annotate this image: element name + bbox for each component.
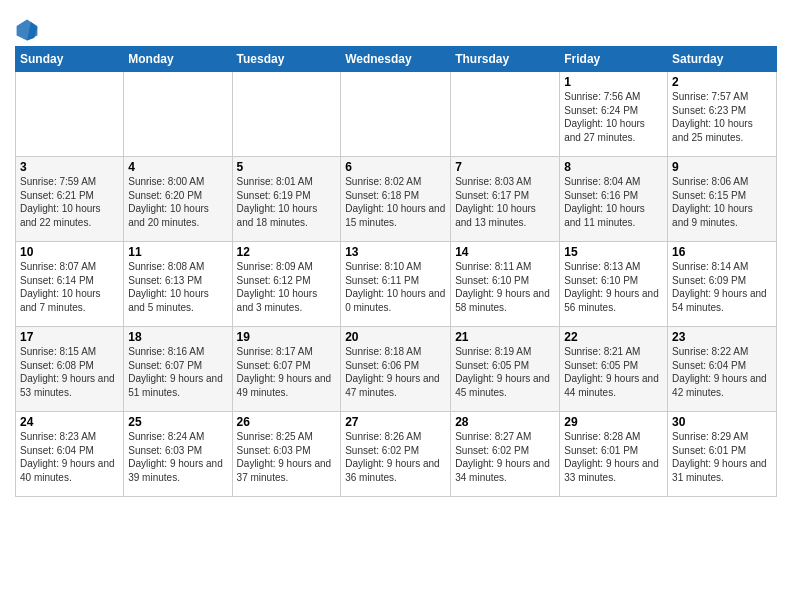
calendar-cell: 10Sunrise: 8:07 AM Sunset: 6:14 PM Dayli… bbox=[16, 242, 124, 327]
day-info: Sunrise: 8:00 AM Sunset: 6:20 PM Dayligh… bbox=[128, 175, 227, 229]
day-info: Sunrise: 7:59 AM Sunset: 6:21 PM Dayligh… bbox=[20, 175, 119, 229]
calendar-cell: 17Sunrise: 8:15 AM Sunset: 6:08 PM Dayli… bbox=[16, 327, 124, 412]
calendar-cell: 29Sunrise: 8:28 AM Sunset: 6:01 PM Dayli… bbox=[560, 412, 668, 497]
calendar-cell bbox=[124, 72, 232, 157]
day-number: 8 bbox=[564, 160, 663, 174]
day-number: 30 bbox=[672, 415, 772, 429]
day-number: 26 bbox=[237, 415, 337, 429]
day-info: Sunrise: 8:10 AM Sunset: 6:11 PM Dayligh… bbox=[345, 260, 446, 314]
day-info: Sunrise: 8:09 AM Sunset: 6:12 PM Dayligh… bbox=[237, 260, 337, 314]
day-info: Sunrise: 8:25 AM Sunset: 6:03 PM Dayligh… bbox=[237, 430, 337, 484]
day-info: Sunrise: 7:57 AM Sunset: 6:23 PM Dayligh… bbox=[672, 90, 772, 144]
day-number: 13 bbox=[345, 245, 446, 259]
day-number: 3 bbox=[20, 160, 119, 174]
calendar-week-2: 3Sunrise: 7:59 AM Sunset: 6:21 PM Daylig… bbox=[16, 157, 777, 242]
day-number: 14 bbox=[455, 245, 555, 259]
calendar-cell bbox=[451, 72, 560, 157]
day-info: Sunrise: 8:22 AM Sunset: 6:04 PM Dayligh… bbox=[672, 345, 772, 399]
day-number: 9 bbox=[672, 160, 772, 174]
calendar-header-thursday: Thursday bbox=[451, 47, 560, 72]
calendar-cell: 5Sunrise: 8:01 AM Sunset: 6:19 PM Daylig… bbox=[232, 157, 341, 242]
day-number: 25 bbox=[128, 415, 227, 429]
calendar-header-wednesday: Wednesday bbox=[341, 47, 451, 72]
day-info: Sunrise: 8:28 AM Sunset: 6:01 PM Dayligh… bbox=[564, 430, 663, 484]
day-info: Sunrise: 8:19 AM Sunset: 6:05 PM Dayligh… bbox=[455, 345, 555, 399]
calendar-cell: 26Sunrise: 8:25 AM Sunset: 6:03 PM Dayli… bbox=[232, 412, 341, 497]
day-number: 2 bbox=[672, 75, 772, 89]
calendar-table: SundayMondayTuesdayWednesdayThursdayFrid… bbox=[15, 46, 777, 497]
logo-icon bbox=[15, 18, 39, 42]
day-number: 6 bbox=[345, 160, 446, 174]
day-info: Sunrise: 8:23 AM Sunset: 6:04 PM Dayligh… bbox=[20, 430, 119, 484]
calendar-header-monday: Monday bbox=[124, 47, 232, 72]
calendar-cell: 8Sunrise: 8:04 AM Sunset: 6:16 PM Daylig… bbox=[560, 157, 668, 242]
calendar-cell: 18Sunrise: 8:16 AM Sunset: 6:07 PM Dayli… bbox=[124, 327, 232, 412]
day-info: Sunrise: 8:17 AM Sunset: 6:07 PM Dayligh… bbox=[237, 345, 337, 399]
calendar-cell: 9Sunrise: 8:06 AM Sunset: 6:15 PM Daylig… bbox=[668, 157, 777, 242]
day-info: Sunrise: 8:07 AM Sunset: 6:14 PM Dayligh… bbox=[20, 260, 119, 314]
day-number: 27 bbox=[345, 415, 446, 429]
day-number: 16 bbox=[672, 245, 772, 259]
day-info: Sunrise: 8:14 AM Sunset: 6:09 PM Dayligh… bbox=[672, 260, 772, 314]
calendar-cell: 12Sunrise: 8:09 AM Sunset: 6:12 PM Dayli… bbox=[232, 242, 341, 327]
calendar-cell: 25Sunrise: 8:24 AM Sunset: 6:03 PM Dayli… bbox=[124, 412, 232, 497]
day-info: Sunrise: 8:21 AM Sunset: 6:05 PM Dayligh… bbox=[564, 345, 663, 399]
calendar-cell: 1Sunrise: 7:56 AM Sunset: 6:24 PM Daylig… bbox=[560, 72, 668, 157]
calendar-cell: 19Sunrise: 8:17 AM Sunset: 6:07 PM Dayli… bbox=[232, 327, 341, 412]
calendar-week-3: 10Sunrise: 8:07 AM Sunset: 6:14 PM Dayli… bbox=[16, 242, 777, 327]
day-info: Sunrise: 8:18 AM Sunset: 6:06 PM Dayligh… bbox=[345, 345, 446, 399]
day-info: Sunrise: 8:26 AM Sunset: 6:02 PM Dayligh… bbox=[345, 430, 446, 484]
calendar-cell: 20Sunrise: 8:18 AM Sunset: 6:06 PM Dayli… bbox=[341, 327, 451, 412]
calendar-cell bbox=[16, 72, 124, 157]
calendar-header-sunday: Sunday bbox=[16, 47, 124, 72]
calendar-cell bbox=[232, 72, 341, 157]
day-number: 19 bbox=[237, 330, 337, 344]
calendar-cell: 28Sunrise: 8:27 AM Sunset: 6:02 PM Dayli… bbox=[451, 412, 560, 497]
calendar-cell: 7Sunrise: 8:03 AM Sunset: 6:17 PM Daylig… bbox=[451, 157, 560, 242]
calendar-cell: 11Sunrise: 8:08 AM Sunset: 6:13 PM Dayli… bbox=[124, 242, 232, 327]
day-info: Sunrise: 8:03 AM Sunset: 6:17 PM Dayligh… bbox=[455, 175, 555, 229]
day-number: 22 bbox=[564, 330, 663, 344]
day-number: 24 bbox=[20, 415, 119, 429]
calendar-cell: 27Sunrise: 8:26 AM Sunset: 6:02 PM Dayli… bbox=[341, 412, 451, 497]
day-number: 21 bbox=[455, 330, 555, 344]
calendar-header-friday: Friday bbox=[560, 47, 668, 72]
day-number: 15 bbox=[564, 245, 663, 259]
day-number: 10 bbox=[20, 245, 119, 259]
calendar-cell: 23Sunrise: 8:22 AM Sunset: 6:04 PM Dayli… bbox=[668, 327, 777, 412]
day-info: Sunrise: 8:29 AM Sunset: 6:01 PM Dayligh… bbox=[672, 430, 772, 484]
day-number: 28 bbox=[455, 415, 555, 429]
day-info: Sunrise: 8:15 AM Sunset: 6:08 PM Dayligh… bbox=[20, 345, 119, 399]
day-info: Sunrise: 8:24 AM Sunset: 6:03 PM Dayligh… bbox=[128, 430, 227, 484]
calendar-header-tuesday: Tuesday bbox=[232, 47, 341, 72]
day-number: 1 bbox=[564, 75, 663, 89]
calendar-cell: 24Sunrise: 8:23 AM Sunset: 6:04 PM Dayli… bbox=[16, 412, 124, 497]
day-info: Sunrise: 8:11 AM Sunset: 6:10 PM Dayligh… bbox=[455, 260, 555, 314]
calendar-cell: 3Sunrise: 7:59 AM Sunset: 6:21 PM Daylig… bbox=[16, 157, 124, 242]
day-number: 29 bbox=[564, 415, 663, 429]
day-number: 5 bbox=[237, 160, 337, 174]
calendar-cell: 4Sunrise: 8:00 AM Sunset: 6:20 PM Daylig… bbox=[124, 157, 232, 242]
calendar-cell: 30Sunrise: 8:29 AM Sunset: 6:01 PM Dayli… bbox=[668, 412, 777, 497]
calendar-week-1: 1Sunrise: 7:56 AM Sunset: 6:24 PM Daylig… bbox=[16, 72, 777, 157]
day-info: Sunrise: 7:56 AM Sunset: 6:24 PM Dayligh… bbox=[564, 90, 663, 144]
calendar-cell: 16Sunrise: 8:14 AM Sunset: 6:09 PM Dayli… bbox=[668, 242, 777, 327]
day-info: Sunrise: 8:01 AM Sunset: 6:19 PM Dayligh… bbox=[237, 175, 337, 229]
calendar-cell: 22Sunrise: 8:21 AM Sunset: 6:05 PM Dayli… bbox=[560, 327, 668, 412]
day-number: 12 bbox=[237, 245, 337, 259]
calendar-week-5: 24Sunrise: 8:23 AM Sunset: 6:04 PM Dayli… bbox=[16, 412, 777, 497]
day-info: Sunrise: 8:13 AM Sunset: 6:10 PM Dayligh… bbox=[564, 260, 663, 314]
calendar-body: 1Sunrise: 7:56 AM Sunset: 6:24 PM Daylig… bbox=[16, 72, 777, 497]
day-info: Sunrise: 8:27 AM Sunset: 6:02 PM Dayligh… bbox=[455, 430, 555, 484]
calendar-cell: 21Sunrise: 8:19 AM Sunset: 6:05 PM Dayli… bbox=[451, 327, 560, 412]
day-info: Sunrise: 8:02 AM Sunset: 6:18 PM Dayligh… bbox=[345, 175, 446, 229]
calendar-cell: 15Sunrise: 8:13 AM Sunset: 6:10 PM Dayli… bbox=[560, 242, 668, 327]
calendar-header-saturday: Saturday bbox=[668, 47, 777, 72]
day-number: 23 bbox=[672, 330, 772, 344]
day-number: 11 bbox=[128, 245, 227, 259]
day-number: 17 bbox=[20, 330, 119, 344]
day-info: Sunrise: 8:16 AM Sunset: 6:07 PM Dayligh… bbox=[128, 345, 227, 399]
day-number: 7 bbox=[455, 160, 555, 174]
day-number: 20 bbox=[345, 330, 446, 344]
calendar-cell: 2Sunrise: 7:57 AM Sunset: 6:23 PM Daylig… bbox=[668, 72, 777, 157]
